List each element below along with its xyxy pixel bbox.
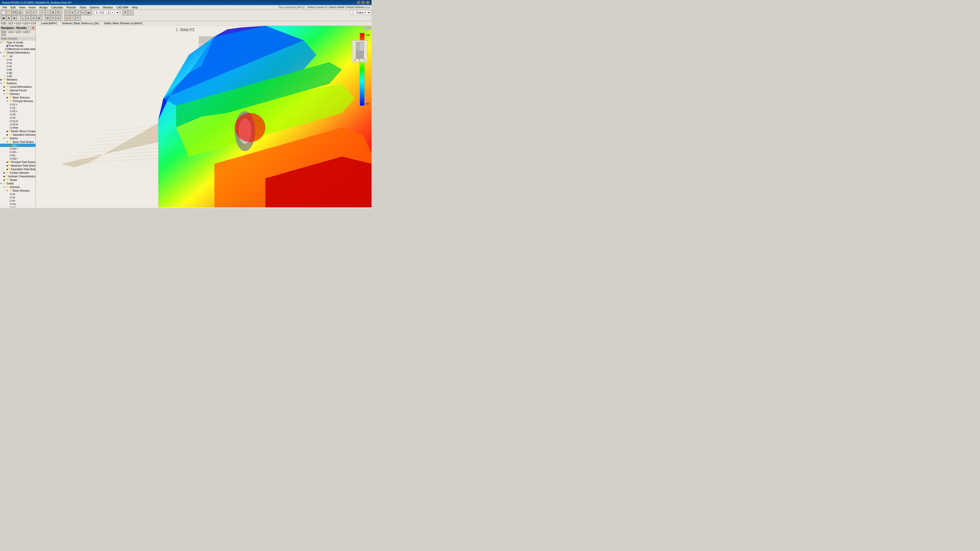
isolines-button[interactable]: 〰 (70, 16, 75, 21)
tree-strains[interactable]: ▾ 📁 Strains (0, 137, 35, 140)
contour-button[interactable]: 🎨 (65, 16, 70, 21)
menu-window[interactable]: Window (101, 5, 115, 10)
tree-surfaces[interactable]: ▾ 📁 Surfaces (0, 81, 35, 85)
snap-btn1[interactable]: ⊥ (21, 16, 25, 21)
rotate-button[interactable]: ↻ (56, 10, 61, 15)
menu-help[interactable]: Help (130, 5, 139, 10)
tree-s2p[interactable]: σ2,+ (0, 110, 35, 113)
undo-button[interactable]: ↩ (26, 10, 31, 15)
tree-solids-stresses[interactable]: ▾ 📁 Stresses (0, 185, 35, 189)
pin-icon[interactable]: 📌 (32, 27, 35, 29)
tree-sy[interactable]: σy (0, 196, 35, 199)
minimize-button[interactable]: – (357, 1, 360, 4)
lc-combo[interactable]: S: CO2 · LC1 + LC2 + LC3 + LC4 (94, 10, 120, 15)
tree-ux[interactable]: ux (0, 58, 35, 61)
line-button[interactable]: ╱ (75, 10, 80, 15)
tree-uy[interactable]: uy (0, 61, 35, 65)
tree-phiy[interactable]: φy (0, 71, 35, 75)
tree-final-results[interactable]: Final Results (0, 44, 35, 48)
viewport-close-btn[interactable]: ✕ (368, 26, 371, 30)
new-button[interactable]: 📄 (1, 10, 6, 15)
zoom-all-button[interactable]: ⊕ (51, 10, 56, 15)
tree-s1p[interactable]: σ1,+ (0, 103, 35, 106)
tree-u[interactable]: ▾ 📁 |u| (0, 54, 35, 58)
print-button[interactable]: 🖨 (17, 10, 22, 15)
tree-eyy[interactable]: εyy,+ (0, 147, 35, 150)
wire-button[interactable]: ⊞ (6, 16, 11, 21)
menu-options[interactable]: Options (88, 5, 101, 10)
sel-all-button[interactable]: ⊞ (45, 16, 50, 21)
tree-s2m2[interactable]: σ2,m (0, 123, 35, 126)
tree-ezz[interactable]: εzz,- (0, 150, 35, 154)
node-button[interactable]: ● (70, 10, 75, 15)
menu-edit[interactable]: Edit (9, 5, 17, 10)
tree-s1m2[interactable]: σ1,m (0, 119, 35, 123)
menu-file[interactable]: File (1, 5, 9, 10)
select-button[interactable]: ↖ (65, 10, 70, 15)
tree-s2m[interactable]: σ2,- (0, 113, 35, 116)
redo-button[interactable]: ↪ (31, 10, 36, 15)
tree-s1m[interactable]: σ1,- (0, 106, 35, 110)
render-button[interactable]: ▦ (1, 16, 6, 21)
menu-cad-bim[interactable]: CAD-BIM (115, 5, 130, 10)
tree-ky[interactable]: κy,- (0, 154, 35, 157)
viewport[interactable]: max min X Y Z 1 - Global XYZ (36, 26, 372, 207)
tree-elastic-stress[interactable]: ▶ 📁 Elastic Stress Components (0, 129, 35, 133)
snap-btn2[interactable]: ⊙ (26, 16, 31, 21)
tree-sx[interactable]: σx (0, 192, 35, 196)
tree-principal-stresses[interactable]: ▾ 📁 Principal Stresses (0, 99, 35, 103)
tree-uz[interactable]: uz (0, 65, 35, 68)
result-show-button[interactable]: R (123, 10, 128, 15)
tree-phiz[interactable]: φz (0, 75, 35, 78)
solid-button[interactable]: ▬ (86, 10, 91, 15)
labels-button[interactable]: T (75, 16, 80, 21)
save-button[interactable]: 💾 (12, 10, 17, 15)
lc-selector[interactable]: S: CO2 · LC1 + LC2 + LC3 + LC4 (94, 10, 120, 15)
zoom-out-button[interactable]: − (45, 10, 50, 15)
close-button[interactable]: ✕ (366, 1, 369, 4)
tree-tm[interactable]: τm (0, 116, 35, 119)
menu-calculate[interactable]: Calculate (50, 5, 65, 10)
tree-members[interactable]: ▶ 📁 Members (0, 78, 35, 81)
tree-local-def[interactable]: ▶ 📁 Local Deformations (0, 85, 35, 89)
snap-btn4[interactable]: ⊞ (37, 16, 41, 21)
tree-tmax[interactable]: τmax (0, 126, 35, 129)
tree-txy[interactable]: τxy (0, 202, 35, 206)
sel-none-button[interactable]: ☐ (51, 16, 56, 21)
window-controls[interactable]: – □ ✕ (357, 1, 369, 4)
solid-render-button[interactable]: ■ (12, 16, 17, 21)
sel-inv-button[interactable]: ⊘ (56, 16, 61, 21)
result-hide-button[interactable]: r (128, 10, 133, 15)
tree-internal-forces[interactable]: ▶ 📁 Internal Forces (0, 89, 35, 92)
tree-basic-stresses[interactable]: ▶ 📁 Basic Stresses (0, 96, 35, 99)
menu-assign[interactable]: Assign (38, 5, 49, 10)
tree-exx[interactable]: εxx,+ (0, 144, 35, 147)
surface-button[interactable]: ▭ (81, 10, 86, 15)
zoom-in-button[interactable]: + (40, 10, 45, 15)
tree-stresses[interactable]: ▾ 📁 Stresses (0, 92, 35, 96)
tree-basic-total-strains[interactable]: ▾ 📁 Basic Total Strains (0, 140, 35, 144)
tree-solids[interactable]: ▾ 📁 Solids (0, 182, 35, 185)
tree-phix[interactable]: φx (0, 68, 35, 71)
menu-view[interactable]: View (18, 5, 27, 10)
open-button[interactable]: 📂 (6, 10, 11, 15)
menu-tools[interactable]: Tools (78, 5, 88, 10)
tree-isotropic[interactable]: ▶ 📁 Isotropic Characteristics (0, 175, 35, 178)
tree-sol-basic[interactable]: ▾ 📁 Basic Stresses (0, 189, 35, 192)
tree-global-def[interactable]: ▾ 📁 Global Deformations (0, 51, 35, 54)
viewport-maximize-btn[interactable]: □ (363, 26, 367, 30)
tree-principal-total[interactable]: ▶ 📁 Principal Total Strains (0, 160, 35, 164)
tree-type-of-results[interactable]: ▾ 📁 Type of results (0, 41, 35, 44)
tree-contact[interactable]: ▶ 📁 Contact Stresses (0, 171, 35, 175)
menu-results[interactable]: Results (65, 5, 78, 10)
tree-equiv-total[interactable]: ▶ 📁 Equivalent Total Strains (0, 167, 35, 171)
tree-sz[interactable]: σz (0, 199, 35, 202)
tree-equiv-stress[interactable]: ▶ 📁 Equivalent Stresses (0, 133, 35, 137)
view-combo[interactable]: 1 - Global XYZ (351, 10, 371, 15)
maximize-button[interactable]: □ (361, 1, 365, 4)
nav-combo[interactable]: CO2 · LC1 + LC2 + LC3 + LC4 (0, 30, 35, 37)
snap-btn3[interactable]: ⊡ (31, 16, 36, 21)
tree-gxy[interactable]: γxy,+ (0, 157, 35, 160)
tree-diff-initial[interactable]: Differences to initial state (0, 48, 35, 51)
menu-insert[interactable]: Insert (27, 5, 37, 10)
